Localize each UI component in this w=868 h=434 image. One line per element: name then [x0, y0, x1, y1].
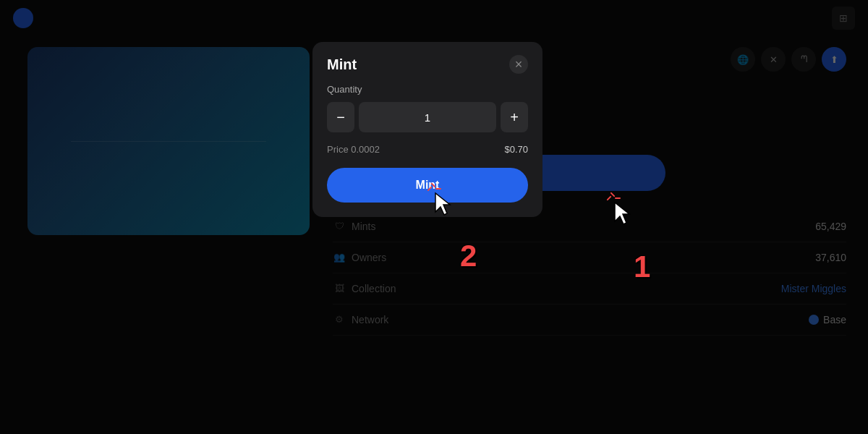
price-row: Price 0.0002 $0.70 [327, 144, 528, 155]
price-label: Price 0.0002 [327, 144, 380, 155]
modal-header: Mint × [312, 42, 542, 84]
modal-mint-button-label: Mint [416, 179, 440, 191]
plus-icon: + [510, 109, 519, 126]
modal-title: Mint [327, 56, 357, 73]
quantity-control: − + [327, 102, 528, 132]
mint-modal: Mint × Quantity − + Price 0.0002 $0.70 M… [312, 42, 542, 217]
modal-close-button[interactable]: × [509, 55, 528, 74]
quantity-minus-button[interactable]: − [327, 102, 354, 132]
quantity-input[interactable] [359, 102, 496, 132]
modal-body: Quantity − + Price 0.0002 $0.70 Mint [312, 84, 542, 217]
close-icon: × [515, 57, 523, 72]
quantity-plus-button[interactable]: + [501, 102, 528, 132]
minus-icon: − [336, 109, 345, 126]
price-value: $0.70 [504, 144, 528, 155]
quantity-label: Quantity [327, 84, 528, 95]
modal-mint-button[interactable]: Mint [327, 168, 528, 203]
